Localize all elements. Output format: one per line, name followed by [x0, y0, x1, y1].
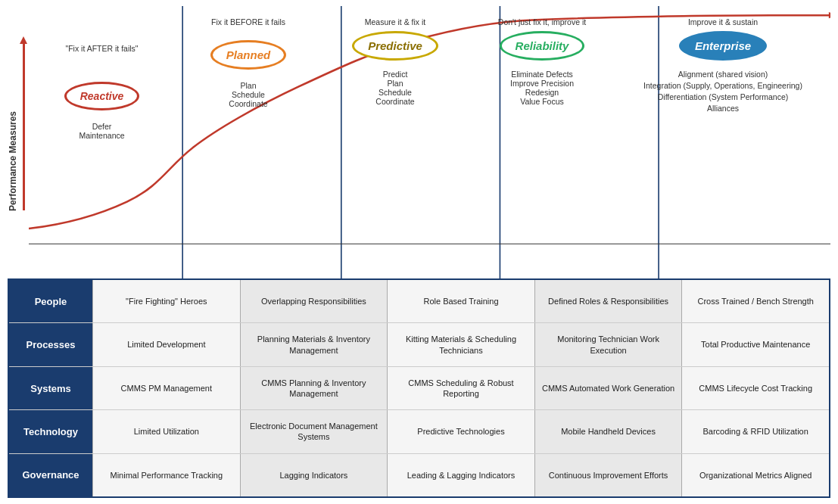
cell-people-3: Defined Roles & Responsibilities: [534, 280, 682, 322]
phase-reliability: Don't just fix it, improve it Reliabilit…: [469, 6, 615, 278]
cell-governance-4: Organizational Metrics Aligned: [681, 454, 829, 496]
y-axis-arrow-up: [20, 36, 27, 44]
cell-processes-1: Planning Materials & Inventory Managemen…: [240, 323, 388, 366]
table-row-systems: Systems CMMS PM Management CMMS Planning…: [9, 367, 829, 410]
reactive-bullets: Defer Maintenance: [33, 122, 171, 140]
enterprise-oval-container: Enterprise: [619, 31, 827, 61]
row-cells-processes: Limited Development Planning Materials &…: [92, 323, 829, 366]
planned-tagline: Fix it BEFORE it fails: [179, 17, 318, 26]
phase-reactive: "Fix it AFTER it fails" Reactive Defer M…: [29, 6, 175, 278]
row-cells-people: "Fire Fighting" Heroes Overlapping Respo…: [92, 280, 829, 322]
cell-technology-1: Electronic Document Management Systems: [240, 410, 388, 453]
reactive-tagline: "Fix it AFTER it fails": [33, 44, 171, 53]
reactive-oval: Reactive: [64, 82, 140, 110]
y-axis-label: Performance Measures: [8, 6, 27, 278]
row-header-systems: Systems: [9, 367, 92, 409]
predictive-oval-container: Predictive: [326, 31, 465, 61]
row-cells-governance: Minimal Performance Tracking Lagging Ind…: [92, 454, 829, 496]
cell-technology-3: Mobile Handheld Devices: [534, 410, 682, 453]
row-header-governance: Governance: [9, 454, 92, 496]
phase-columns: "Fix it AFTER it fails" Reactive Defer M…: [29, 6, 830, 278]
planned-bullets: Plan Schedule Coordinate: [179, 81, 318, 108]
cell-systems-3: CMMS Automated Work Generation: [534, 367, 682, 409]
predictive-tagline: Measure it & fix it: [326, 17, 465, 26]
reliability-oval-container: Reliability: [472, 31, 612, 61]
enterprise-tagline: Improve it & sustain: [619, 17, 827, 26]
phase-enterprise: Improve it & sustain Enterprise Alignmen…: [615, 6, 830, 278]
y-axis-line: [23, 44, 25, 210]
table-row-governance: Governance Minimal Performance Tracking …: [9, 454, 829, 496]
planned-oval: Planned: [210, 40, 286, 70]
cell-systems-4: CMMS Lifecycle Cost Tracking: [681, 367, 829, 409]
phase-predictive: Measure it & fix it Predictive Predict P…: [322, 6, 469, 278]
cell-people-2: Role Based Training: [387, 280, 534, 322]
main-container: Performance Measures: [0, 0, 838, 504]
cell-processes-4: Total Productive Maintenance: [681, 323, 829, 366]
predictive-oval: Predictive: [352, 31, 438, 61]
chart-content: "Fix it AFTER it fails" Reactive Defer M…: [29, 6, 830, 278]
row-cells-technology: Limited Utilization Electronic Document …: [92, 410, 829, 453]
row-header-people: People: [9, 280, 92, 322]
cell-governance-0: Minimal Performance Tracking: [92, 454, 240, 496]
row-cells-systems: CMMS PM Management CMMS Planning & Inven…: [92, 367, 829, 409]
cell-processes-2: Kitting Materials & Scheduling Technicia…: [387, 323, 534, 366]
chart-area: Performance Measures: [8, 6, 830, 278]
enterprise-oval: Enterprise: [679, 31, 767, 61]
cell-systems-1: CMMS Planning & Inventory Management: [240, 367, 388, 409]
cell-governance-2: Leading & Lagging Indicators: [387, 454, 534, 496]
table-area: People "Fire Fighting" Heroes Overlappin…: [8, 278, 830, 498]
reliability-oval: Reliability: [500, 31, 585, 61]
y-axis-text: Performance Measures: [8, 73, 18, 211]
table-row-technology: Technology Limited Utilization Electroni…: [9, 410, 829, 453]
cell-governance-1: Lagging Indicators: [240, 454, 388, 496]
cell-technology-2: Predictive Technologies: [387, 410, 534, 453]
table-row-processes: Processes Limited Development Planning M…: [9, 323, 829, 366]
row-header-technology: Technology: [9, 410, 92, 453]
planned-oval-container: Planned: [179, 40, 318, 70]
cell-processes-3: Monitoring Technician Work Execution: [534, 323, 682, 366]
reactive-oval-container: Reactive: [33, 82, 171, 110]
cell-people-0: "Fire Fighting" Heroes: [92, 280, 240, 322]
cell-people-4: Cross Trained / Bench Strength: [681, 280, 829, 322]
predictive-bullets: Predict Plan Schedule Coordinate: [326, 70, 465, 106]
cell-systems-0: CMMS PM Management: [92, 367, 240, 409]
cell-people-1: Overlapping Responsibilities: [240, 280, 388, 322]
cell-technology-4: Barcoding & RFID Utilization: [681, 410, 829, 453]
phase-planned: Fix it BEFORE it fails Planned Plan Sche…: [175, 6, 322, 278]
reliability-bullets: Eliminate Defects Improve Precision Rede…: [472, 70, 612, 106]
cell-governance-3: Continuous Improvement Efforts: [534, 454, 682, 496]
row-header-processes: Processes: [9, 323, 92, 366]
cell-technology-0: Limited Utilization: [92, 410, 240, 453]
reliability-tagline: Don't just fix it, improve it: [472, 17, 612, 26]
cell-systems-2: CMMS Scheduling & Robust Reporting: [387, 367, 534, 409]
table-row-people: People "Fire Fighting" Heroes Overlappin…: [9, 280, 829, 323]
enterprise-bullets: Alignment (shared vision) Integration (S…: [619, 70, 827, 113]
cell-processes-0: Limited Development: [92, 323, 240, 366]
